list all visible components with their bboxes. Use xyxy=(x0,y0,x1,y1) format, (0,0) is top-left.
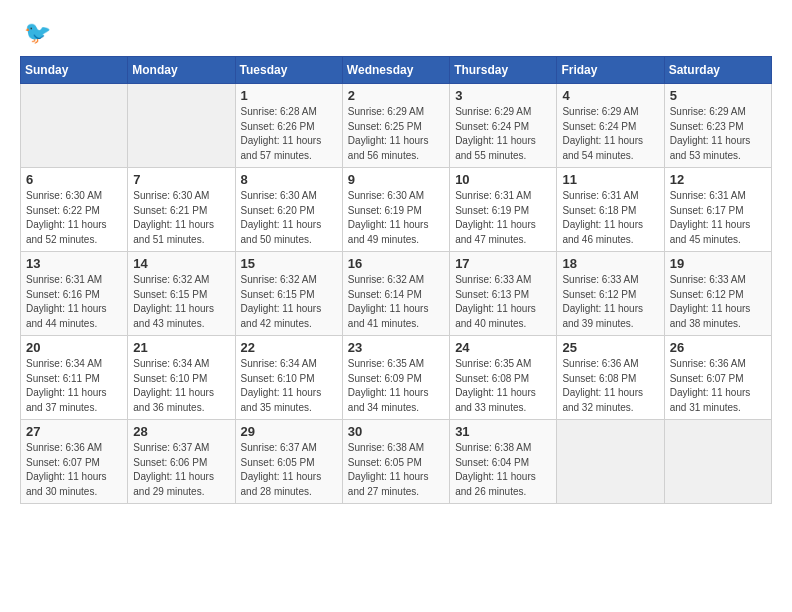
day-detail: Sunrise: 6:31 AMSunset: 6:17 PMDaylight:… xyxy=(670,190,751,245)
calendar-cell xyxy=(128,84,235,168)
calendar-cell: 5 Sunrise: 6:29 AMSunset: 6:23 PMDayligh… xyxy=(664,84,771,168)
day-detail: Sunrise: 6:30 AMSunset: 6:19 PMDaylight:… xyxy=(348,190,429,245)
day-detail: Sunrise: 6:29 AMSunset: 6:25 PMDaylight:… xyxy=(348,106,429,161)
calendar-cell: 24 Sunrise: 6:35 AMSunset: 6:08 PMDaylig… xyxy=(450,336,557,420)
calendar-cell: 4 Sunrise: 6:29 AMSunset: 6:24 PMDayligh… xyxy=(557,84,664,168)
calendar-cell: 14 Sunrise: 6:32 AMSunset: 6:15 PMDaylig… xyxy=(128,252,235,336)
calendar-cell: 26 Sunrise: 6:36 AMSunset: 6:07 PMDaylig… xyxy=(664,336,771,420)
day-number: 25 xyxy=(562,340,658,355)
calendar-cell: 21 Sunrise: 6:34 AMSunset: 6:10 PMDaylig… xyxy=(128,336,235,420)
day-number: 5 xyxy=(670,88,766,103)
calendar-week-row: 1 Sunrise: 6:28 AMSunset: 6:26 PMDayligh… xyxy=(21,84,772,168)
day-detail: Sunrise: 6:36 AMSunset: 6:08 PMDaylight:… xyxy=(562,358,643,413)
day-detail: Sunrise: 6:34 AMSunset: 6:11 PMDaylight:… xyxy=(26,358,107,413)
day-number: 4 xyxy=(562,88,658,103)
calendar-cell: 13 Sunrise: 6:31 AMSunset: 6:16 PMDaylig… xyxy=(21,252,128,336)
calendar-week-row: 20 Sunrise: 6:34 AMSunset: 6:11 PMDaylig… xyxy=(21,336,772,420)
day-detail: Sunrise: 6:35 AMSunset: 6:09 PMDaylight:… xyxy=(348,358,429,413)
calendar-cell: 9 Sunrise: 6:30 AMSunset: 6:19 PMDayligh… xyxy=(342,168,449,252)
calendar-cell: 29 Sunrise: 6:37 AMSunset: 6:05 PMDaylig… xyxy=(235,420,342,504)
day-number: 7 xyxy=(133,172,229,187)
calendar-cell xyxy=(21,84,128,168)
calendar-cell: 11 Sunrise: 6:31 AMSunset: 6:18 PMDaylig… xyxy=(557,168,664,252)
day-number: 17 xyxy=(455,256,551,271)
day-number: 28 xyxy=(133,424,229,439)
day-detail: Sunrise: 6:31 AMSunset: 6:18 PMDaylight:… xyxy=(562,190,643,245)
calendar-cell: 6 Sunrise: 6:30 AMSunset: 6:22 PMDayligh… xyxy=(21,168,128,252)
day-detail: Sunrise: 6:28 AMSunset: 6:26 PMDaylight:… xyxy=(241,106,322,161)
calendar-table: SundayMondayTuesdayWednesdayThursdayFrid… xyxy=(20,56,772,504)
calendar-cell: 7 Sunrise: 6:30 AMSunset: 6:21 PMDayligh… xyxy=(128,168,235,252)
day-number: 29 xyxy=(241,424,337,439)
calendar-cell: 8 Sunrise: 6:30 AMSunset: 6:20 PMDayligh… xyxy=(235,168,342,252)
day-number: 13 xyxy=(26,256,122,271)
day-number: 10 xyxy=(455,172,551,187)
day-detail: Sunrise: 6:36 AMSunset: 6:07 PMDaylight:… xyxy=(670,358,751,413)
page-header: 🐦 xyxy=(20,20,772,46)
calendar-cell: 10 Sunrise: 6:31 AMSunset: 6:19 PMDaylig… xyxy=(450,168,557,252)
calendar-cell: 31 Sunrise: 6:38 AMSunset: 6:04 PMDaylig… xyxy=(450,420,557,504)
day-detail: Sunrise: 6:38 AMSunset: 6:05 PMDaylight:… xyxy=(348,442,429,497)
calendar-body: 1 Sunrise: 6:28 AMSunset: 6:26 PMDayligh… xyxy=(21,84,772,504)
calendar-cell: 22 Sunrise: 6:34 AMSunset: 6:10 PMDaylig… xyxy=(235,336,342,420)
day-detail: Sunrise: 6:37 AMSunset: 6:05 PMDaylight:… xyxy=(241,442,322,497)
header-cell-wednesday: Wednesday xyxy=(342,57,449,84)
header-cell-friday: Friday xyxy=(557,57,664,84)
logo: 🐦 xyxy=(20,20,51,46)
calendar-cell: 3 Sunrise: 6:29 AMSunset: 6:24 PMDayligh… xyxy=(450,84,557,168)
day-number: 11 xyxy=(562,172,658,187)
day-number: 18 xyxy=(562,256,658,271)
day-detail: Sunrise: 6:33 AMSunset: 6:13 PMDaylight:… xyxy=(455,274,536,329)
calendar-week-row: 27 Sunrise: 6:36 AMSunset: 6:07 PMDaylig… xyxy=(21,420,772,504)
day-detail: Sunrise: 6:33 AMSunset: 6:12 PMDaylight:… xyxy=(670,274,751,329)
day-detail: Sunrise: 6:30 AMSunset: 6:22 PMDaylight:… xyxy=(26,190,107,245)
day-detail: Sunrise: 6:29 AMSunset: 6:24 PMDaylight:… xyxy=(455,106,536,161)
calendar-cell: 20 Sunrise: 6:34 AMSunset: 6:11 PMDaylig… xyxy=(21,336,128,420)
day-detail: Sunrise: 6:34 AMSunset: 6:10 PMDaylight:… xyxy=(241,358,322,413)
day-detail: Sunrise: 6:33 AMSunset: 6:12 PMDaylight:… xyxy=(562,274,643,329)
day-detail: Sunrise: 6:30 AMSunset: 6:20 PMDaylight:… xyxy=(241,190,322,245)
day-number: 24 xyxy=(455,340,551,355)
calendar-cell xyxy=(557,420,664,504)
header-cell-monday: Monday xyxy=(128,57,235,84)
day-detail: Sunrise: 6:32 AMSunset: 6:15 PMDaylight:… xyxy=(133,274,214,329)
day-detail: Sunrise: 6:32 AMSunset: 6:14 PMDaylight:… xyxy=(348,274,429,329)
day-detail: Sunrise: 6:31 AMSunset: 6:19 PMDaylight:… xyxy=(455,190,536,245)
day-number: 31 xyxy=(455,424,551,439)
day-number: 14 xyxy=(133,256,229,271)
calendar-cell: 23 Sunrise: 6:35 AMSunset: 6:09 PMDaylig… xyxy=(342,336,449,420)
calendar-cell: 28 Sunrise: 6:37 AMSunset: 6:06 PMDaylig… xyxy=(128,420,235,504)
calendar-cell: 18 Sunrise: 6:33 AMSunset: 6:12 PMDaylig… xyxy=(557,252,664,336)
day-detail: Sunrise: 6:37 AMSunset: 6:06 PMDaylight:… xyxy=(133,442,214,497)
day-number: 6 xyxy=(26,172,122,187)
day-detail: Sunrise: 6:36 AMSunset: 6:07 PMDaylight:… xyxy=(26,442,107,497)
day-detail: Sunrise: 6:38 AMSunset: 6:04 PMDaylight:… xyxy=(455,442,536,497)
calendar-cell: 30 Sunrise: 6:38 AMSunset: 6:05 PMDaylig… xyxy=(342,420,449,504)
day-number: 27 xyxy=(26,424,122,439)
header-row: SundayMondayTuesdayWednesdayThursdayFrid… xyxy=(21,57,772,84)
day-number: 20 xyxy=(26,340,122,355)
calendar-week-row: 6 Sunrise: 6:30 AMSunset: 6:22 PMDayligh… xyxy=(21,168,772,252)
calendar-cell: 25 Sunrise: 6:36 AMSunset: 6:08 PMDaylig… xyxy=(557,336,664,420)
calendar-cell: 19 Sunrise: 6:33 AMSunset: 6:12 PMDaylig… xyxy=(664,252,771,336)
day-number: 3 xyxy=(455,88,551,103)
day-detail: Sunrise: 6:31 AMSunset: 6:16 PMDaylight:… xyxy=(26,274,107,329)
day-number: 12 xyxy=(670,172,766,187)
calendar-cell xyxy=(664,420,771,504)
calendar-week-row: 13 Sunrise: 6:31 AMSunset: 6:16 PMDaylig… xyxy=(21,252,772,336)
calendar-cell: 12 Sunrise: 6:31 AMSunset: 6:17 PMDaylig… xyxy=(664,168,771,252)
header-cell-thursday: Thursday xyxy=(450,57,557,84)
day-detail: Sunrise: 6:29 AMSunset: 6:23 PMDaylight:… xyxy=(670,106,751,161)
day-number: 15 xyxy=(241,256,337,271)
day-number: 26 xyxy=(670,340,766,355)
day-detail: Sunrise: 6:34 AMSunset: 6:10 PMDaylight:… xyxy=(133,358,214,413)
day-number: 22 xyxy=(241,340,337,355)
calendar-cell: 15 Sunrise: 6:32 AMSunset: 6:15 PMDaylig… xyxy=(235,252,342,336)
day-detail: Sunrise: 6:32 AMSunset: 6:15 PMDaylight:… xyxy=(241,274,322,329)
calendar-cell: 2 Sunrise: 6:29 AMSunset: 6:25 PMDayligh… xyxy=(342,84,449,168)
day-number: 23 xyxy=(348,340,444,355)
day-number: 16 xyxy=(348,256,444,271)
day-number: 1 xyxy=(241,88,337,103)
day-detail: Sunrise: 6:29 AMSunset: 6:24 PMDaylight:… xyxy=(562,106,643,161)
day-detail: Sunrise: 6:35 AMSunset: 6:08 PMDaylight:… xyxy=(455,358,536,413)
